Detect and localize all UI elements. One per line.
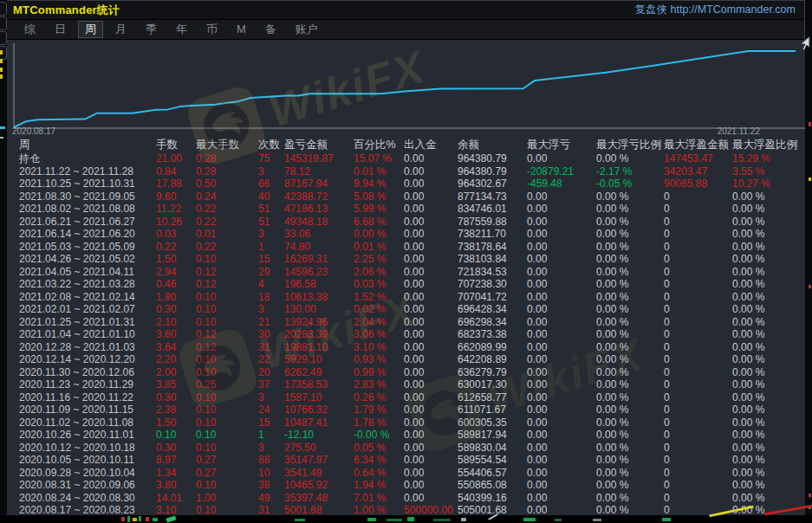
table-row[interactable]: 2020.11.23 ~ 2020.11.293.850.253717358.5… [7,378,805,391]
header-cell: 手数 [156,138,196,152]
table-cell: 0.00 [404,165,458,178]
table-cell: 9.60 [156,190,196,203]
menu-item-备[interactable]: 备 [258,21,283,38]
table-cell: 2021.04.05 ~ 2021.04.11 [19,266,156,279]
table-cell: 7.01 % [354,492,404,505]
table-cell: 0.00 [527,253,596,266]
table-cell: 0.01 % [354,241,404,254]
table-cell: 0.00 % [732,328,805,341]
window-fragment [139,516,141,521]
table-row[interactable]: 2020.11.02 ~ 2020.11.081.500.101510487.4… [7,416,805,429]
table-cell: 0.00 % [732,303,805,316]
table-cell: 130.00 [284,303,354,316]
table-row[interactable]: 2021.03.22 ~ 2021.03.280.460.124196.580.… [7,278,805,291]
table-cell: 33.06 [284,228,354,241]
menu-item-年[interactable]: 年 [169,21,194,38]
table-cell: 0 [664,492,732,505]
table-row[interactable]: 2020.10.12 ~ 2020.10.180.300.103275.500.… [7,442,805,455]
window-fragment [153,518,158,521]
menu-item-日[interactable]: 日 [48,21,73,38]
table-cell: 2020.12.14 ~ 2020.12.20 [19,353,156,366]
brand-link[interactable]: 复盘侠 http://MTCommander.com [635,3,796,17]
table-cell: 74.80 [284,241,354,254]
table-row[interactable]: 2021.01.25 ~ 2021.01.312.100.102113924.9… [7,316,805,329]
window-fragment [121,517,125,521]
menu-item-账户[interactable]: 账户 [289,21,325,38]
table-cell: 877134.73 [458,190,527,203]
table-row[interactable]: 2021.02.08 ~ 2021.02.141.800.101810613.3… [7,291,805,304]
table-cell: 696298.34 [458,316,527,329]
table-row[interactable]: 2020.11.30 ~ 2020.12.062.000.10206262.49… [7,366,805,379]
table-cell: 0 [664,266,732,279]
table-cell: 0.00 [404,328,458,341]
table-row[interactable]: 2020.08.24 ~ 2020.08.3014.011.004935397.… [7,492,805,505]
window-fragment [0,68,3,72]
table-cell: 14596.23 [284,266,354,279]
menu-item-M[interactable]: M [230,21,253,38]
table-cell: 0 [664,190,732,203]
table-cell: 20 [258,366,284,379]
table-row[interactable]: 2021.06.14 ~ 2021.06.200.030.01333.060.0… [7,228,805,241]
table-row[interactable]: 2021.02.01 ~ 2021.02.070.300.103130.000.… [7,303,805,316]
table-cell: 0.00 [404,216,458,229]
menu-item-综[interactable]: 综 [17,21,42,38]
table-cell: 0.00 [404,152,458,165]
table-cell: 42388.72 [284,190,354,203]
table-row[interactable]: 2021.08.02 ~ 2021.08.0811.220.225147186.… [7,203,805,216]
table-row[interactable]: 2021.06.21 ~ 2021.06.2710.260.225149348.… [7,216,805,229]
menu-item-月[interactable]: 月 [108,21,133,38]
table-row[interactable]: 2021.05.03 ~ 2021.05.090.220.22174.800.0… [7,241,805,254]
table-cell: 2020.11.23 ~ 2020.11.29 [19,378,156,391]
header-cell: 百分比% [354,138,404,152]
table-row[interactable]: 2020.12.28 ~ 2021.01.033.640.123119881.1… [7,341,805,354]
window-fragment [662,518,671,521]
table-cell: 66 [258,178,284,190]
table-cell: 600305.35 [458,416,527,429]
table-cell: 3 [258,303,284,316]
menu-item-周[interactable]: 周 [78,21,103,38]
table-row[interactable]: 2021.10.25 ~ 2021.10.3117.880.506687167.… [7,178,805,190]
table-row[interactable]: 2021.04.05 ~ 2021.04.112.940.122914596.2… [7,266,805,279]
table-cell: 5.08 % [354,190,404,203]
table-cell: 38 [258,479,284,492]
table-cell: 0.00 % [596,316,664,329]
table-row[interactable]: 2020.10.05 ~ 2020.10.118.970.278835147.9… [7,454,805,467]
table-row[interactable]: 2020.09.28 ~ 2020.10.041.340.27103541.49… [7,467,805,480]
table-cell: 2.83 % [354,378,404,391]
table-cell: 16269.31 [284,253,354,266]
table-row[interactable]: 2020.11.09 ~ 2020.11.152.380.102410766.3… [7,404,805,416]
table-cell: 0.00 % [596,454,664,467]
table-cell: 2021.08.30 ~ 2021.09.05 [19,190,156,203]
table-cell: 0.10 [196,366,258,379]
header-cell: 最大手数 [196,138,258,152]
menu-item-币[interactable]: 币 [199,21,224,38]
table-cell: 5.99 % [354,203,404,216]
table-cell: 0.00 % [732,228,805,241]
table-cell: 964302.67 [458,178,527,190]
table-cell: 0 [664,353,732,366]
table-cell: 19881.10 [284,341,354,354]
menu-item-季[interactable]: 季 [139,21,164,38]
table-cell: 0.00 % [732,467,805,480]
table-cell: 0.00 [527,454,596,467]
table-cell: 2020.12.28 ~ 2021.01.03 [19,341,156,354]
table-cell: 0.00 % [732,190,805,203]
table-cell: 0 [664,316,732,329]
table-row[interactable]: 持仓21.000.2875145319.8715.07 %0.00964380.… [7,152,805,165]
table-row[interactable]: 2021.08.30 ~ 2021.09.059.600.244042388.7… [7,190,805,203]
table-row[interactable]: 2021.04.26 ~ 2021.05.021.500.101516269.3… [7,253,805,266]
table-cell: 0.10 [196,416,258,429]
table-cell: 0.00 [404,203,458,216]
table-row[interactable]: 2021.01.04 ~ 2021.01.103.600.123020283.3… [7,328,805,341]
table-row[interactable]: 2020.12.14 ~ 2020.12.202.200.10225929.10… [7,353,805,366]
table-cell: 0.22 [196,241,258,254]
table-cell: 3 [258,442,284,455]
table-cell: 0.10 [196,353,258,366]
table-cell: 31 [258,341,284,354]
table-row[interactable]: 2020.10.26 ~ 2020.11.010.100.101-12.10-0… [7,429,805,442]
table-row[interactable]: 2020.11.16 ~ 2020.11.220.300.1031587.100… [7,391,805,404]
table-cell: 0.00 [527,429,596,442]
table-row[interactable]: 2021.11.22 ~ 2021.11.280.840.28378.120.0… [7,165,805,178]
table-row[interactable]: 2020.08.31 ~ 2020.09.063.800.103810465.9… [7,479,805,492]
table-cell: 0 [664,467,732,480]
